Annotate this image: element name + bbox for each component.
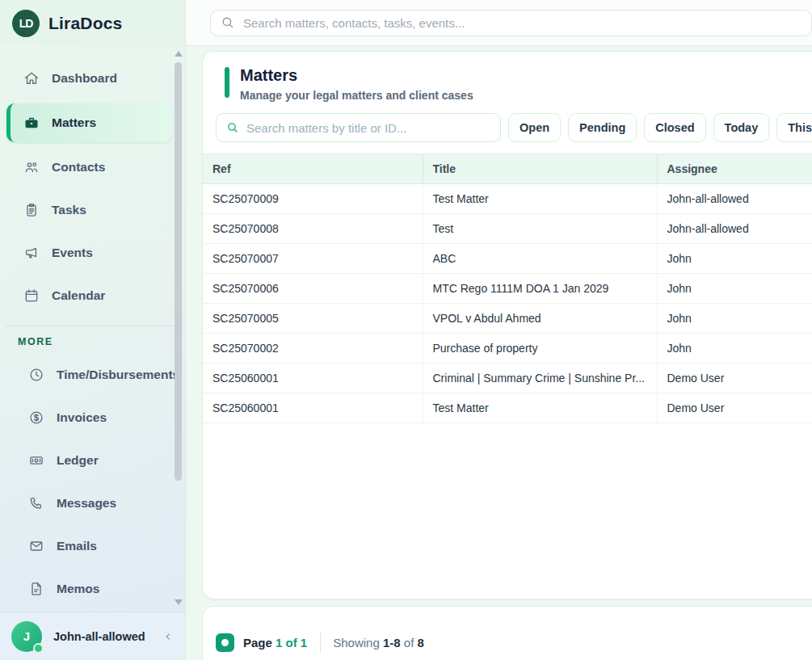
banknote-icon xyxy=(27,452,45,469)
briefcase-icon xyxy=(23,114,40,132)
sidebar-more-section: MORE Time/Disbursements Invoices Ledger xyxy=(5,326,175,607)
sidebar-item-invoices[interactable]: Invoices xyxy=(11,400,162,435)
sidebar-more-heading: MORE xyxy=(18,336,175,347)
cell-assignee: John xyxy=(657,274,812,304)
filter-open-button[interactable]: Open xyxy=(508,113,561,142)
page-title: Matters xyxy=(240,65,473,85)
sidebar-scrollbar[interactable] xyxy=(174,48,183,608)
table-row[interactable]: SC25070009 Test Matter John-all-allowed xyxy=(203,184,812,214)
search-icon xyxy=(226,121,239,134)
column-header-title[interactable]: Title xyxy=(423,154,657,184)
filter-today-button[interactable]: Today xyxy=(713,113,770,142)
table-row[interactable]: SC25070005 VPOL v Abdul Ahmed John xyxy=(203,304,812,334)
sidebar-item-label: Time/Disbursements xyxy=(57,368,179,382)
user-name: John-all-allowed xyxy=(53,630,151,643)
sidebar-item-time-disbursements[interactable]: Time/Disbursements xyxy=(11,357,162,393)
cell-title: Test Matter xyxy=(423,393,657,423)
scroll-up-icon[interactable] xyxy=(175,51,183,57)
sidebar-item-label: Messages xyxy=(57,496,116,511)
brand-name: LiraDocs xyxy=(48,14,122,33)
sidebar-item-label: Memos xyxy=(57,582,99,596)
table-row[interactable]: SC25070006 MTC Rego 1111M DOA 1 Jan 2029… xyxy=(203,274,812,304)
clock-icon xyxy=(27,366,45,384)
cell-ref: SC25070007 xyxy=(203,244,423,274)
sidebar: LD LiraDocs Dashboard Matters Contacts xyxy=(0,0,186,660)
megaphone-icon xyxy=(23,244,40,262)
scroll-down-icon[interactable] xyxy=(175,599,183,605)
global-search[interactable] xyxy=(210,10,812,36)
document-icon xyxy=(27,580,45,598)
online-status-dot xyxy=(33,643,44,654)
sidebar-item-label: Events xyxy=(52,246,93,260)
content-area: Matters Manage your legal matters and cl… xyxy=(186,46,812,660)
cell-title: Test Matter xyxy=(423,184,657,214)
matters-card: Matters Manage your legal matters and cl… xyxy=(202,51,812,599)
sidebar-item-contacts[interactable]: Contacts xyxy=(6,149,172,185)
sidebar-item-label: Emails xyxy=(57,539,97,553)
cell-title: Purchase of property xyxy=(423,334,657,364)
table-row[interactable]: SC25070002 Purchase of property John xyxy=(203,334,812,364)
table-row[interactable]: SC25060001 Criminal | Summary Crime | Su… xyxy=(203,364,812,393)
global-search-input[interactable] xyxy=(243,16,801,30)
cell-ref: SC25060001 xyxy=(203,364,423,393)
sidebar-item-memos[interactable]: Memos xyxy=(11,571,162,607)
collapse-sidebar-chevron-icon[interactable] xyxy=(162,631,174,642)
sidebar-item-calendar[interactable]: Calendar xyxy=(6,278,172,313)
cell-assignee: John-all-allowed xyxy=(657,184,812,214)
search-icon xyxy=(221,15,235,30)
cell-ref: SC25070006 xyxy=(203,274,423,304)
filter-closed-button[interactable]: Closed xyxy=(644,113,705,142)
cell-assignee: John xyxy=(657,244,812,274)
top-bar xyxy=(186,0,812,46)
cell-title: ABC xyxy=(423,244,657,274)
matters-search[interactable] xyxy=(216,113,501,142)
cell-title: Test xyxy=(423,214,657,244)
pagination-icon xyxy=(216,633,234,652)
title-accent-bar xyxy=(225,67,229,98)
sidebar-item-tasks[interactable]: Tasks xyxy=(6,192,172,228)
sidebar-item-label: Calendar xyxy=(52,288,105,303)
matters-header: Matters Manage your legal matters and cl… xyxy=(203,52,812,111)
sidebar-item-label: Tasks xyxy=(52,203,86,217)
page-label: Page xyxy=(243,636,272,649)
sidebar-item-events[interactable]: Events xyxy=(6,235,172,271)
cell-title: Criminal | Summary Crime | Sunshine Pr..… xyxy=(423,364,657,393)
table-header-row: Ref Title Assignee xyxy=(203,154,812,184)
table-row[interactable]: SC25060001 Test Matter Demo User xyxy=(203,393,812,423)
sidebar-item-label: Invoices xyxy=(57,410,107,425)
sidebar-item-label: Ledger xyxy=(57,453,99,468)
page-value: 1 of 1 xyxy=(276,636,307,649)
matters-search-input[interactable] xyxy=(246,121,490,135)
sidebar-item-ledger[interactable]: Ledger xyxy=(11,443,162,478)
table-row[interactable]: SC25070008 Test John-all-allowed xyxy=(203,214,812,244)
showing-range: 1-8 xyxy=(383,636,401,649)
dollar-icon xyxy=(27,409,45,427)
sidebar-item-label: Dashboard xyxy=(52,71,117,86)
sidebar-item-matters[interactable]: Matters xyxy=(6,103,172,142)
cell-ref: SC25070002 xyxy=(203,334,423,364)
sidebar-item-label: Contacts xyxy=(52,160,105,174)
user-profile[interactable]: J John-all-allowed xyxy=(0,612,185,660)
cell-assignee: John xyxy=(657,304,812,334)
calendar-icon xyxy=(23,287,40,305)
cell-ref: SC25060001 xyxy=(203,393,423,423)
phone-icon xyxy=(27,494,45,512)
scrollbar-thumb[interactable] xyxy=(175,62,182,481)
clipboard-icon xyxy=(23,201,40,219)
column-header-assignee[interactable]: Assignee xyxy=(657,154,812,184)
sidebar-item-dashboard[interactable]: Dashboard xyxy=(6,61,172,96)
table-row[interactable]: SC25070007 ABC John xyxy=(203,244,812,274)
liradocs-logo-icon: LD xyxy=(12,10,40,37)
envelope-icon xyxy=(27,537,45,555)
sidebar-item-messages[interactable]: Messages xyxy=(11,486,162,521)
filter-pending-button[interactable]: Pending xyxy=(568,113,637,142)
avatar: J xyxy=(11,621,42,652)
showing-indicator: Showing 1-8 of 8 xyxy=(333,636,424,649)
cell-ref: SC25070008 xyxy=(203,214,423,244)
pagination-divider xyxy=(320,633,321,652)
sidebar-item-emails[interactable]: Emails xyxy=(11,528,162,564)
filter-this-week-button[interactable]: This Week xyxy=(776,113,812,142)
showing-total: 8 xyxy=(417,636,423,649)
column-header-ref[interactable]: Ref xyxy=(203,154,423,184)
showing-label: Showing xyxy=(333,636,380,649)
